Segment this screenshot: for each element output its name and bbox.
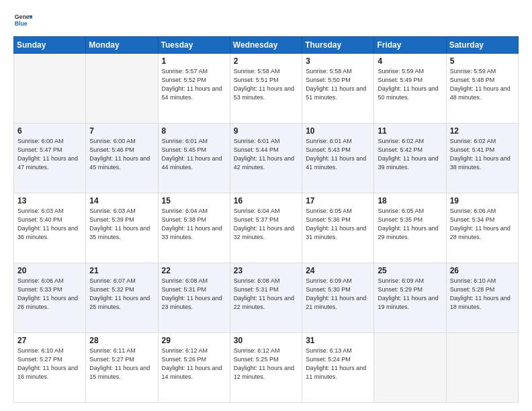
calendar-cell: 3Sunrise: 5:58 AM Sunset: 5:50 PM Daylig… [302, 54, 374, 124]
day-number: 19 [450, 196, 515, 205]
day-number: 17 [306, 196, 370, 205]
svg-text:General: General [15, 13, 32, 20]
calendar-cell: 8Sunrise: 6:01 AM Sunset: 5:45 PM Daylig… [158, 124, 230, 193]
weekday-header-thursday: Thursday [302, 37, 374, 54]
day-info: Sunrise: 6:08 AM Sunset: 5:31 PM Dayligh… [234, 277, 298, 312]
calendar-cell: 19Sunrise: 6:06 AM Sunset: 5:34 PM Dayli… [446, 193, 518, 263]
weekday-header-monday: Monday [86, 37, 158, 54]
calendar-cell: 29Sunrise: 6:12 AM Sunset: 5:26 PM Dayli… [158, 333, 230, 403]
day-number: 12 [450, 126, 515, 136]
header: General Blue [13, 11, 519, 30]
day-number: 18 [378, 196, 442, 205]
calendar-cell: 4Sunrise: 5:59 AM Sunset: 5:49 PM Daylig… [374, 54, 446, 124]
day-info: Sunrise: 6:09 AM Sunset: 5:29 PM Dayligh… [378, 277, 442, 312]
day-number: 30 [234, 336, 298, 345]
calendar-cell: 26Sunrise: 6:10 AM Sunset: 5:28 PM Dayli… [446, 263, 518, 333]
day-number: 16 [234, 196, 298, 205]
day-info: Sunrise: 6:12 AM Sunset: 5:25 PM Dayligh… [234, 347, 298, 381]
day-info: Sunrise: 6:03 AM Sunset: 5:39 PM Dayligh… [89, 207, 154, 242]
calendar-cell: 1Sunrise: 5:57 AM Sunset: 5:52 PM Daylig… [158, 54, 230, 124]
day-info: Sunrise: 6:02 AM Sunset: 5:41 PM Dayligh… [450, 137, 515, 172]
day-number: 31 [306, 336, 370, 345]
day-info: Sunrise: 6:06 AM Sunset: 5:34 PM Dayligh… [450, 207, 515, 242]
calendar-cell [446, 333, 518, 403]
calendar-cell: 28Sunrise: 6:11 AM Sunset: 5:27 PM Dayli… [86, 333, 158, 403]
day-number: 4 [378, 56, 442, 66]
day-info: Sunrise: 6:13 AM Sunset: 5:24 PM Dayligh… [306, 347, 370, 381]
calendar-cell: 12Sunrise: 6:02 AM Sunset: 5:41 PM Dayli… [446, 124, 518, 193]
day-info: Sunrise: 6:04 AM Sunset: 5:37 PM Dayligh… [234, 207, 298, 242]
day-number: 7 [89, 126, 154, 136]
day-info: Sunrise: 6:02 AM Sunset: 5:42 PM Dayligh… [378, 137, 442, 172]
logo-icon: General Blue [13, 11, 32, 30]
day-number: 11 [378, 126, 442, 136]
weekday-header-sunday: Sunday [14, 37, 86, 54]
calendar-cell: 31Sunrise: 6:13 AM Sunset: 5:24 PM Dayli… [302, 333, 374, 403]
day-info: Sunrise: 6:01 AM Sunset: 5:44 PM Dayligh… [234, 137, 298, 172]
day-number: 26 [450, 266, 515, 275]
day-info: Sunrise: 5:58 AM Sunset: 5:51 PM Dayligh… [234, 67, 298, 102]
calendar-week-row: 1Sunrise: 5:57 AM Sunset: 5:52 PM Daylig… [14, 54, 519, 124]
day-info: Sunrise: 6:05 AM Sunset: 5:36 PM Dayligh… [306, 207, 370, 242]
weekday-header-tuesday: Tuesday [158, 37, 230, 54]
calendar-cell: 10Sunrise: 6:01 AM Sunset: 5:43 PM Dayli… [302, 124, 374, 193]
calendar-cell: 30Sunrise: 6:12 AM Sunset: 5:25 PM Dayli… [230, 333, 302, 403]
day-info: Sunrise: 5:57 AM Sunset: 5:52 PM Dayligh… [162, 67, 226, 102]
day-number: 21 [89, 266, 154, 275]
calendar-cell [86, 54, 158, 124]
calendar-cell: 20Sunrise: 6:06 AM Sunset: 5:33 PM Dayli… [14, 263, 86, 333]
day-info: Sunrise: 6:01 AM Sunset: 5:45 PM Dayligh… [162, 137, 226, 172]
weekday-header-saturday: Saturday [446, 37, 518, 54]
weekday-header-row: SundayMondayTuesdayWednesdayThursdayFrid… [14, 37, 519, 54]
calendar-cell: 16Sunrise: 6:04 AM Sunset: 5:37 PM Dayli… [230, 193, 302, 263]
day-info: Sunrise: 6:05 AM Sunset: 5:35 PM Dayligh… [378, 207, 442, 242]
calendar-cell [374, 333, 446, 403]
logo: General Blue [13, 11, 34, 30]
day-info: Sunrise: 6:10 AM Sunset: 5:27 PM Dayligh… [17, 347, 82, 381]
calendar-cell: 11Sunrise: 6:02 AM Sunset: 5:42 PM Dayli… [374, 124, 446, 193]
svg-text:Blue: Blue [15, 20, 28, 27]
day-info: Sunrise: 6:09 AM Sunset: 5:30 PM Dayligh… [306, 277, 370, 312]
day-number: 15 [162, 196, 226, 205]
day-number: 10 [306, 126, 370, 136]
day-info: Sunrise: 5:59 AM Sunset: 5:48 PM Dayligh… [450, 67, 515, 102]
calendar-cell: 18Sunrise: 6:05 AM Sunset: 5:35 PM Dayli… [374, 193, 446, 263]
calendar-cell: 7Sunrise: 6:00 AM Sunset: 5:46 PM Daylig… [86, 124, 158, 193]
day-info: Sunrise: 6:08 AM Sunset: 5:31 PM Dayligh… [162, 277, 226, 312]
page: General Blue SundayMondayTuesdayWednesda… [0, 0, 532, 411]
day-info: Sunrise: 6:07 AM Sunset: 5:32 PM Dayligh… [89, 277, 154, 312]
day-number: 27 [17, 336, 82, 345]
calendar-cell: 5Sunrise: 5:59 AM Sunset: 5:48 PM Daylig… [446, 54, 518, 124]
day-info: Sunrise: 5:58 AM Sunset: 5:50 PM Dayligh… [306, 67, 370, 102]
calendar-cell: 14Sunrise: 6:03 AM Sunset: 5:39 PM Dayli… [86, 193, 158, 263]
day-number: 1 [162, 56, 226, 66]
day-info: Sunrise: 6:06 AM Sunset: 5:33 PM Dayligh… [17, 277, 82, 312]
day-info: Sunrise: 6:11 AM Sunset: 5:27 PM Dayligh… [89, 347, 154, 381]
day-number: 5 [450, 56, 515, 66]
day-info: Sunrise: 6:10 AM Sunset: 5:28 PM Dayligh… [450, 277, 515, 312]
day-number: 23 [234, 266, 298, 275]
day-number: 20 [17, 266, 82, 275]
day-number: 9 [234, 126, 298, 136]
calendar-cell: 6Sunrise: 6:00 AM Sunset: 5:47 PM Daylig… [14, 124, 86, 193]
day-info: Sunrise: 6:04 AM Sunset: 5:38 PM Dayligh… [162, 207, 226, 242]
day-number: 28 [89, 336, 154, 345]
calendar-cell [14, 54, 86, 124]
calendar-cell: 27Sunrise: 6:10 AM Sunset: 5:27 PM Dayli… [14, 333, 86, 403]
day-number: 25 [378, 266, 442, 275]
day-number: 2 [234, 56, 298, 66]
day-number: 24 [306, 266, 370, 275]
day-number: 14 [89, 196, 154, 205]
calendar-cell: 13Sunrise: 6:03 AM Sunset: 5:40 PM Dayli… [14, 193, 86, 263]
weekday-header-wednesday: Wednesday [230, 37, 302, 54]
day-number: 13 [17, 196, 82, 205]
day-info: Sunrise: 6:12 AM Sunset: 5:26 PM Dayligh… [162, 347, 226, 381]
day-number: 22 [162, 266, 226, 275]
day-number: 6 [17, 126, 82, 136]
calendar-cell: 17Sunrise: 6:05 AM Sunset: 5:36 PM Dayli… [302, 193, 374, 263]
calendar-cell: 25Sunrise: 6:09 AM Sunset: 5:29 PM Dayli… [374, 263, 446, 333]
day-info: Sunrise: 6:01 AM Sunset: 5:43 PM Dayligh… [306, 137, 370, 172]
calendar-week-row: 6Sunrise: 6:00 AM Sunset: 5:47 PM Daylig… [14, 124, 519, 193]
day-info: Sunrise: 6:00 AM Sunset: 5:47 PM Dayligh… [17, 137, 82, 172]
day-info: Sunrise: 6:00 AM Sunset: 5:46 PM Dayligh… [89, 137, 154, 172]
